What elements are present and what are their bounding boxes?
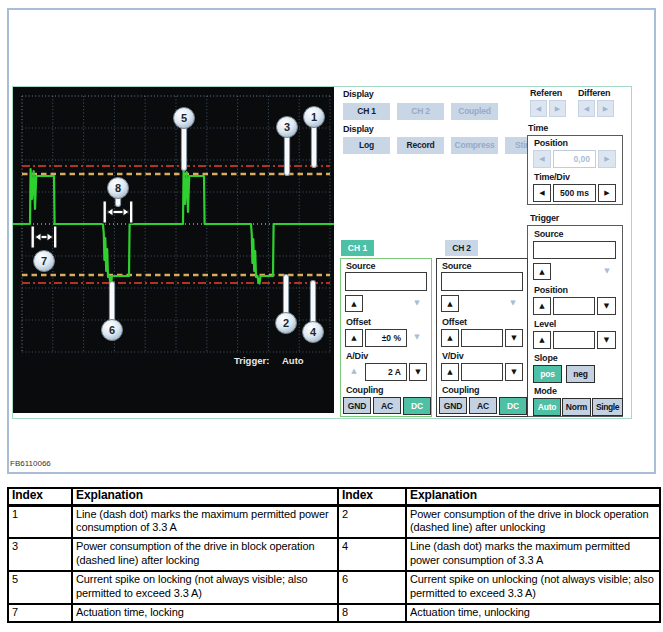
trigger-source-down[interactable]: ▼ — [598, 263, 616, 280]
manual-page: 1 3 5 8 7 6 2 4 Trigger: Auto Display CH… — [0, 0, 663, 632]
index-cell: 3 — [8, 538, 72, 571]
ch2-offset-value — [461, 329, 503, 347]
table-row: 1 Line (dash dot) marks the maximum perm… — [8, 505, 660, 538]
explanation-cell: Current spike on locking (not always vis… — [72, 571, 338, 604]
scope-trigger-status: Auto — [282, 355, 304, 366]
oscilloscope-display: 1 3 5 8 7 6 2 4 Trigger: Auto — [13, 87, 334, 413]
ch1-div-up[interactable]: ▲ — [345, 363, 363, 381]
ch1-source-up[interactable]: ▲ — [345, 295, 363, 312]
ch2-source-down[interactable]: ▼ — [504, 295, 522, 312]
ch1-div-label: A/Div — [346, 351, 368, 361]
ch2-div-up[interactable]: ▲ — [441, 363, 459, 381]
ch1-coupling-dc-button[interactable]: DC — [403, 397, 431, 415]
callout-4: 4 — [310, 326, 317, 338]
ch2-panel: Source ▲ ▼ Offset ▲ ▼ V/Div ▲ ▼ Coupling… — [436, 258, 528, 417]
tab-ch2[interactable]: CH 2 — [445, 240, 478, 256]
callout-5: 5 — [181, 112, 187, 124]
trigger-source-up[interactable]: ▲ — [533, 263, 551, 280]
ch1-div-down[interactable]: ▼ — [409, 363, 427, 381]
ch2-offset-label: Offset — [442, 317, 467, 327]
trigger-mode-auto-button[interactable]: Auto — [533, 398, 561, 416]
ch1-offset-down[interactable]: ▼ — [408, 329, 426, 347]
ch2-source-up[interactable]: ▲ — [441, 295, 459, 312]
trigger-group-label: Trigger — [530, 213, 559, 223]
ch1-source-label: Source — [346, 261, 375, 271]
time-div-increment[interactable]: ▶ — [598, 184, 616, 202]
index-cell: 6 — [338, 571, 406, 604]
trigger-slope-pos-button[interactable]: pos — [533, 365, 562, 383]
header-explanation-2: Explanation — [406, 488, 660, 505]
callout-3: 3 — [284, 121, 290, 133]
table-row: 7 Actuation time, locking 8 Actuation ti… — [8, 604, 660, 622]
callout-1: 1 — [311, 111, 317, 123]
trigger-slope-neg-button[interactable]: neg — [566, 365, 595, 383]
ch2-coupling-dc-button[interactable]: DC — [499, 397, 527, 415]
display-coupled-button[interactable]: Coupled — [451, 103, 498, 120]
trigger-level-label: Level — [534, 319, 556, 329]
display-ch1-button[interactable]: CH 1 — [343, 103, 390, 120]
ch2-source-label: Source — [442, 261, 471, 271]
display-channel-label: Display — [343, 89, 374, 99]
ch1-source-down[interactable]: ▼ — [408, 295, 426, 312]
trigger-mode-norm-button[interactable]: Norm — [562, 398, 591, 416]
header-index-2: Index — [338, 488, 406, 505]
time-position-decrement[interactable]: ◀ — [533, 150, 551, 168]
trigger-source-input[interactable] — [533, 241, 616, 259]
explanation-cell: Line (dash dot) marks the maximum permit… — [72, 505, 338, 538]
reference-prev-button[interactable]: ◀ — [530, 100, 547, 117]
explanation-cell: Actuation time, locking — [72, 604, 338, 622]
trigger-level-up[interactable]: ▲ — [533, 331, 551, 349]
reference-next-button[interactable]: ▶ — [549, 100, 566, 117]
table-row: 5 Current spike on locking (not always v… — [8, 571, 660, 604]
table-header-row: Index Explanation Index Explanation — [8, 488, 660, 505]
ch2-coupling-label: Coupling — [442, 385, 479, 395]
ch2-offset-down[interactable]: ▼ — [505, 329, 523, 347]
callout-2: 2 — [283, 317, 289, 329]
ch1-panel: Source ▲ ▼ Offset ▲ ±0 % ▼ A/Div ▲ 2 A ▼… — [340, 258, 432, 417]
index-cell: 5 — [8, 571, 72, 604]
display-record-button[interactable]: Record — [397, 137, 444, 154]
ch1-offset-up[interactable]: ▲ — [345, 329, 363, 347]
trigger-mode-label: Mode — [534, 386, 557, 396]
ch1-source-input[interactable] — [345, 272, 427, 291]
ch2-offset-up[interactable]: ▲ — [441, 329, 459, 347]
trigger-mode-single-button[interactable]: Single — [592, 398, 623, 416]
time-position-value: 0,00 — [553, 150, 596, 168]
ch1-div-value: 2 A — [365, 363, 407, 381]
tab-ch1[interactable]: CH 1 — [341, 240, 374, 256]
ch2-coupling-ac-button[interactable]: AC — [469, 397, 497, 414]
trigger-source-label: Source — [534, 229, 563, 239]
time-div-decrement[interactable]: ◀ — [533, 184, 551, 202]
index-cell: 1 — [8, 505, 72, 538]
trigger-level-down[interactable]: ▼ — [597, 331, 616, 349]
ch2-source-input[interactable] — [441, 272, 523, 291]
reference-label: Referen — [530, 88, 562, 98]
display-compress-button[interactable]: Compress — [451, 137, 498, 154]
trigger-level-value — [553, 331, 595, 349]
callout-6: 6 — [109, 324, 115, 336]
ch1-offset-label: Offset — [346, 317, 371, 327]
index-cell: 2 — [338, 505, 406, 538]
ch2-coupling-gnd-button[interactable]: GND — [439, 397, 467, 414]
callout-8: 8 — [115, 182, 121, 194]
header-explanation-1: Explanation — [72, 488, 338, 505]
ch1-coupling-ac-button[interactable]: AC — [373, 397, 401, 414]
ch2-div-value — [461, 363, 503, 381]
display-log-button[interactable]: Log — [343, 137, 390, 154]
callout-7: 7 — [41, 255, 47, 267]
table-row: 3 Power consumption of the drive in bloc… — [8, 538, 660, 571]
explanation-cell: Actuation time, unlocking — [406, 604, 660, 622]
time-div-label: Time/Div — [534, 172, 570, 182]
trigger-position-up[interactable]: ▲ — [533, 297, 551, 315]
ch1-coupling-gnd-button[interactable]: GND — [343, 397, 371, 414]
difference-next-button[interactable]: ▶ — [597, 100, 614, 117]
display-ch2-button[interactable]: CH 2 — [397, 103, 444, 120]
ch2-div-down[interactable]: ▼ — [505, 363, 523, 381]
oscilloscope-app-panel: 1 3 5 8 7 6 2 4 Trigger: Auto Display CH… — [12, 86, 632, 419]
trigger-position-value — [553, 297, 595, 315]
difference-prev-button[interactable]: ◀ — [578, 100, 595, 117]
difference-label: Differen — [578, 88, 610, 98]
index-cell: 7 — [8, 604, 72, 622]
trigger-position-down[interactable]: ▼ — [597, 297, 616, 315]
time-position-increment[interactable]: ▶ — [598, 150, 616, 168]
